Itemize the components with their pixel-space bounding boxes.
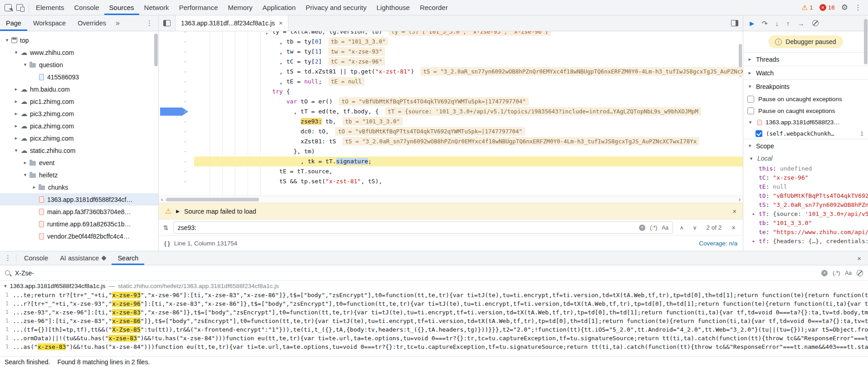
tree-item-pic1-zhimg-com[interactable]: ▸☁pic1.zhimg.com — [0, 95, 158, 108]
scope-variable-to[interactable]: tO: "vBfUbMtKfBqPTts4TO4qkTV692qYWMTuSpk… — [743, 191, 868, 201]
drawer-menu-icon[interactable]: ⋮ — [0, 254, 16, 262]
scroll-left-icon[interactable]: ‹ — [161, 196, 163, 203]
expanded-caret-icon[interactable]: ▾ — [22, 62, 29, 68]
close-tab-icon[interactable]: × — [279, 20, 283, 27]
line-gutter[interactable]: - — [159, 87, 194, 97]
code-line[interactable]: - , tb = ty[0]tb = "101_3_3.0" — [159, 37, 743, 47]
navigator-tab-overrides[interactable]: Overrides — [72, 15, 112, 31]
deactivate-breakpoints-icon[interactable] — [812, 20, 819, 26]
scope-local-header[interactable]: ▾ Local — [743, 152, 868, 164]
line-gutter[interactable]: - — [159, 57, 194, 67]
code-line[interactable]: - xZst81: tStS = "3_2.0aR_sn77yn6092wOB8… — [159, 137, 743, 147]
code-line[interactable]: - tE = tT.source, — [159, 166, 743, 176]
code-line[interactable]: - , tS = td.xZst81 || tp.get("x-zst-81")… — [159, 67, 743, 77]
breakpoints-header[interactable]: ▾ Breakpoints — [743, 80, 868, 93]
step-out-icon[interactable]: ↑ — [786, 20, 790, 27]
search-result-row[interactable]: 1...te;return tr?[tr+"_"+ti,"x-zse-93","… — [0, 291, 868, 299]
line-gutter[interactable]: - — [159, 107, 194, 117]
navigator-tab-workspace[interactable]: Workspace — [27, 15, 72, 31]
panel-tab-performance[interactable]: Performance — [174, 0, 223, 15]
match-case-icon[interactable]: Aa — [662, 225, 668, 231]
panel-tab-elements[interactable]: Elements — [31, 0, 69, 15]
code-line[interactable]: - try { — [159, 87, 743, 97]
code-line[interactable]: - }, tm) — [159, 147, 743, 157]
toggle-debugger-icon[interactable] — [731, 20, 738, 26]
expand-warning-icon[interactable]: ▶ — [176, 209, 180, 214]
close-drawer-icon[interactable]: × — [850, 254, 868, 262]
tree-item-www-zhihu-com[interactable]: ▾☁www.zhihu.com — [0, 46, 158, 59]
scroll-right-icon[interactable]: › — [739, 196, 741, 203]
tree-item-heifetz[interactable]: ▾heifetz — [0, 169, 158, 181]
code-line[interactable]: - zse93: tb,tb = "101_3_3.0" — [159, 117, 743, 127]
search-result-row[interactable]: 1...r?[tr+"_"+ti,"x-zse-93","x-zse-96"]:… — [0, 299, 868, 308]
collapsed-caret-icon[interactable]: ▸ — [13, 135, 20, 141]
code-line[interactable]: - var tO = er()tO = "vBfUbMtKfBqPTts4TO4… — [159, 97, 743, 107]
scrollbar-thumb[interactable] — [166, 198, 259, 201]
step-into-icon[interactable]: ↓ — [775, 20, 779, 27]
search-result-row[interactable]: 1...ormData)||!(tu&&tu.has("x-zse-83")&&… — [0, 334, 868, 343]
search-result-file-header[interactable]: ▾ 1363.app.3181df6588f234cf8a1c.js — sta… — [0, 281, 868, 291]
scope-variable-tb[interactable]: tb: "101_3_3.0" — [743, 219, 868, 228]
expanded-caret-icon[interactable]: ▾ — [4, 37, 10, 43]
line-gutter[interactable]: - — [159, 166, 194, 176]
tree-item-415586093[interactable]: 415586093 — [0, 71, 158, 83]
panel-tab-network[interactable]: Network — [139, 0, 174, 15]
refresh-search-icon[interactable] — [857, 270, 863, 276]
tree-item-1363-app-3181df6588f234cf[interactable]: 1363.app.3181df6588f234cf… — [0, 193, 158, 206]
collapsed-caret-icon[interactable]: ▸ — [22, 160, 29, 166]
device-toolbar-icon[interactable] — [16, 4, 23, 11]
search-result-row[interactable]: 1...zse-93","x-zse-96"]:[ti,"x-zse-83","… — [0, 308, 868, 317]
scope-variable-ts[interactable]: tS: "3_2.0aR_sn77yn6092wOB8hPZnQr0EMYxc4… — [743, 201, 868, 210]
code-line[interactable]: - , tC = ty[2]tC = "x-zse-96" — [159, 57, 743, 67]
scope-variable-te[interactable]: te: "https://www.zhihu.com/api/v5.1/topi… — [743, 228, 868, 237]
line-gutter[interactable]: - — [159, 157, 194, 166]
drawer-tab-search[interactable]: Search — [112, 251, 144, 265]
collapsed-caret-icon[interactable]: ▸ — [13, 86, 20, 92]
find-input[interactable]: zse93: ✕ (.*) Aa — [173, 221, 673, 234]
warnings-badge[interactable]: ⚠ 1 — [802, 4, 813, 12]
breakpoint-file-row[interactable]: ▾ 1363.app.3181df6588f23… — [743, 117, 868, 128]
regex-toggle-icon[interactable]: (.*) — [650, 225, 657, 231]
breakpoint-checkbox[interactable] — [756, 130, 762, 137]
tree-item-main-app-fa3f7360b3704e8[interactable]: main.app.fa3f7360b3704e8… — [0, 206, 158, 218]
tree-item-static-zhihu-com[interactable]: ▾☁static.zhihu.com — [0, 144, 158, 157]
scope-variable-this[interactable]: this: undefined — [743, 164, 868, 173]
previous-match-icon[interactable]: ∧ — [678, 225, 686, 231]
highlighted-line[interactable]: - , tk = tT.signature; — [159, 157, 743, 166]
settings-gear-icon[interactable]: ⚙ — [841, 3, 848, 12]
step-icon[interactable]: → — [798, 20, 805, 27]
more-options-icon[interactable]: ⋮ — [854, 3, 862, 12]
line-gutter[interactable]: - — [159, 77, 194, 87]
tree-item-pic3-zhimg-com[interactable]: ▸☁pic3.zhimg.com — [0, 108, 158, 120]
line-gutter[interactable]: - — [159, 37, 194, 47]
collapsed-caret-icon[interactable]: ▸ — [31, 184, 38, 190]
line-gutter[interactable]: - — [159, 67, 194, 77]
panel-tab-memory[interactable]: Memory — [223, 0, 258, 15]
code-line[interactable]: - dc0: tO,tO = "vBfUbMtKfBqPTts4TO4qkTV6… — [159, 127, 743, 137]
close-find-icon[interactable]: × — [729, 224, 738, 231]
toggle-navigator-icon[interactable] — [163, 20, 171, 26]
pause-uncaught-checkbox[interactable] — [747, 96, 754, 103]
pause-uncaught-row[interactable]: Pause on uncaught exceptions — [743, 93, 868, 105]
clear-search-icon[interactable]: ✕ — [821, 270, 828, 276]
search-result-row[interactable]: 1...zse-96"]:[ti,"x-zse-83","x-zse-86"]}… — [0, 317, 868, 325]
tree-item-chunks[interactable]: ▸chunks — [0, 181, 158, 193]
next-match-icon[interactable]: ∨ — [691, 225, 699, 231]
regex-toggle-icon[interactable]: (.*) — [833, 270, 840, 276]
collapsed-caret-icon[interactable]: ▸ — [13, 123, 20, 129]
more-tabs-icon[interactable]: » — [112, 19, 123, 27]
collapsed-caret-icon[interactable]: ▸ — [751, 210, 756, 219]
tree-item-event[interactable]: ▸event — [0, 157, 158, 169]
navigator-scrollbar[interactable] — [154, 34, 158, 66]
tree-item-top[interactable]: ▾top — [0, 34, 158, 46]
breakpoint-entry[interactable]: (self.webpackChunkh… 1 — [743, 128, 868, 139]
tree-item-hm-baidu-com[interactable]: ▸☁hm.baidu.com — [0, 83, 158, 95]
scope-header[interactable]: ▾ Scope — [743, 139, 868, 152]
scope-variable-tt[interactable]: ▸tT: {source: '101_3_3.0+/api/v5.1/topic… — [743, 210, 868, 219]
tree-item-picx-zhimg-com[interactable]: ▸☁picx.zhimg.com — [0, 132, 158, 144]
search-result-row[interactable]: 1...as("x-zse-83")&&!tu.has("x-zse-84"))… — [0, 343, 868, 351]
collapsed-caret-icon[interactable]: ▸ — [13, 111, 20, 117]
code-line[interactable]: - , tE = null;tE = null — [159, 77, 743, 87]
panel-tab-application[interactable]: Application — [258, 0, 301, 15]
scope-variable-te[interactable]: tE: null — [743, 182, 868, 191]
